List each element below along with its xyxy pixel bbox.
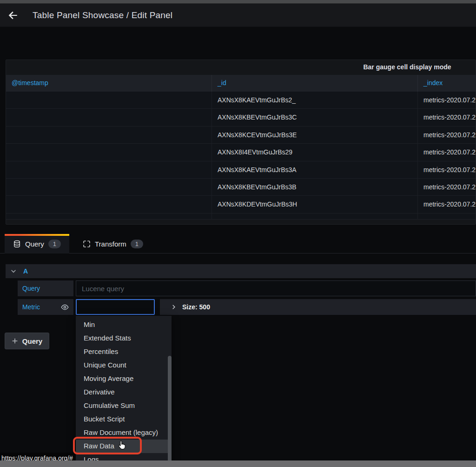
table-panel: Bar gauge cell display mode @timestamp _…: [6, 60, 476, 225]
cell-timestamp: [6, 179, 212, 195]
top-nav-bar: Table Panel Showcase / Edit Panel: [0, 4, 476, 27]
dropdown-item-unique-count[interactable]: Unique Count: [76, 359, 172, 372]
table-row: AXNsX8I4EVtmGuJrBs29 metrics-2020.07.2: [6, 144, 476, 161]
metric-select-input[interactable]: [76, 299, 155, 315]
tab-transform-label: Transform: [95, 240, 126, 248]
cell-id: AXNsX8KAEVtmGuJrBs3A: [212, 161, 418, 178]
table-row-partial: [6, 213, 476, 220]
cell-index: metrics-2020.07.2: [418, 161, 476, 178]
database-icon: [13, 240, 21, 248]
cell-timestamp: [6, 109, 212, 126]
window-top-edge: [0, 0, 476, 4]
tab-query-count-badge: 1: [48, 240, 61, 248]
cell-id: AXNsX8KAEVtmGuJrBs2_: [212, 92, 418, 108]
dropdown-item-bucket-script[interactable]: Bucket Script: [76, 413, 172, 426]
tab-transform[interactable]: Transform 1: [74, 234, 152, 254]
table-header-row: @timestamp _id _index: [6, 75, 476, 92]
cell-timestamp: [6, 196, 212, 213]
dropdown-item-cumulative-sum[interactable]: Cumulative Sum: [76, 399, 172, 413]
back-button[interactable]: [0, 4, 26, 27]
chevron-down-icon: [10, 268, 17, 274]
cell-timestamp: [6, 144, 212, 160]
query-ref-id: A: [23, 267, 28, 275]
table-row: AXNsX8KBEVtmGuJrBs3B metrics-2020.07.2: [6, 179, 476, 196]
cell-id: AXNsX8KCEVtmGuJrBs3E: [212, 127, 418, 143]
cell-index: metrics-2020.07.2: [418, 127, 476, 143]
transform-icon: [83, 240, 91, 248]
lucene-query-input[interactable]: [76, 280, 476, 296]
chevron-right-icon: [171, 304, 177, 310]
cell-timestamp: [6, 92, 212, 108]
column-header-id[interactable]: _id: [212, 75, 418, 92]
window-bottom-edge: [0, 460, 476, 467]
cell-timestamp: [6, 161, 212, 178]
tab-query-label: Query: [25, 240, 44, 248]
table-row: AXNsX8KAEVtmGuJrBs3A metrics-2020.07.2: [6, 161, 476, 179]
cell-id: AXNsX8KDEVtmGuJrBs3H: [212, 196, 418, 213]
cell-index: metrics-2020.07.2: [418, 144, 476, 160]
query-row-header[interactable]: A: [6, 264, 476, 278]
size-setting[interactable]: Size: 500: [160, 299, 476, 315]
arrow-left-icon: [7, 9, 19, 21]
metric-field-label-box: Metric: [18, 299, 73, 315]
size-label: Size: 500: [182, 303, 210, 311]
dropdown-item-raw-document-legacy[interactable]: Raw Document (legacy): [76, 426, 172, 440]
dropdown-item-min[interactable]: Min: [76, 318, 172, 332]
tab-transform-count-badge: 1: [131, 240, 143, 248]
cell-index: metrics-2020.07.2: [418, 179, 476, 195]
dropdown-item-percentiles[interactable]: Percentiles: [76, 345, 172, 359]
cell-index: metrics-2020.07.2: [418, 109, 476, 126]
cell-index: metrics-2020.07.2: [418, 196, 476, 213]
table-row: AXNsX8KAEVtmGuJrBs2_ metrics-2020.07.2: [6, 92, 476, 109]
plus-icon: [12, 338, 18, 344]
query-field-label-box: Query: [18, 280, 73, 296]
cell-index: metrics-2020.07.2: [418, 92, 476, 108]
table-row: AXNsX8KCEVtmGuJrBs3E metrics-2020.07.2: [6, 127, 476, 144]
table-body: AXNsX8KAEVtmGuJrBs2_ metrics-2020.07.2 A…: [6, 92, 476, 220]
dropdown-item-extended-stats[interactable]: Extended Stats: [76, 332, 172, 345]
cell-id: AXNsX8I4EVtmGuJrBs29: [212, 144, 418, 160]
table-row: AXNsX8KBEVtmGuJrBs3C metrics-2020.07.2: [6, 109, 476, 126]
query-field-label: Query: [22, 285, 40, 292]
dropdown-scrollbar[interactable]: [168, 356, 172, 465]
eye-icon[interactable]: [61, 303, 69, 311]
tab-query[interactable]: Query 1: [5, 234, 69, 254]
column-header-timestamp[interactable]: @timestamp: [6, 75, 212, 92]
add-query-label: Query: [22, 337, 42, 345]
page-title: Table Panel Showcase / Edit Panel: [33, 10, 172, 20]
dropdown-item-derivative[interactable]: Derivative: [76, 386, 172, 399]
table-row: AXNsX8KDEVtmGuJrBs3H metrics-2020.07.2: [6, 196, 476, 213]
dropdown-item-moving-average[interactable]: Moving Average: [76, 372, 172, 386]
cell-id: AXNsX8KBEVtmGuJrBs3B: [212, 179, 418, 195]
metric-field-label: Metric: [22, 303, 40, 311]
column-header-index[interactable]: _index: [418, 75, 476, 92]
add-query-button[interactable]: Query: [5, 333, 49, 349]
tabbar-divider: [0, 253, 476, 254]
hand-cursor-icon: [116, 440, 127, 451]
cell-timestamp: [6, 127, 212, 143]
panel-title[interactable]: Bar gauge cell display mode: [363, 63, 451, 71]
cell-id: AXNsX8KBEVtmGuJrBs3C: [212, 109, 418, 126]
